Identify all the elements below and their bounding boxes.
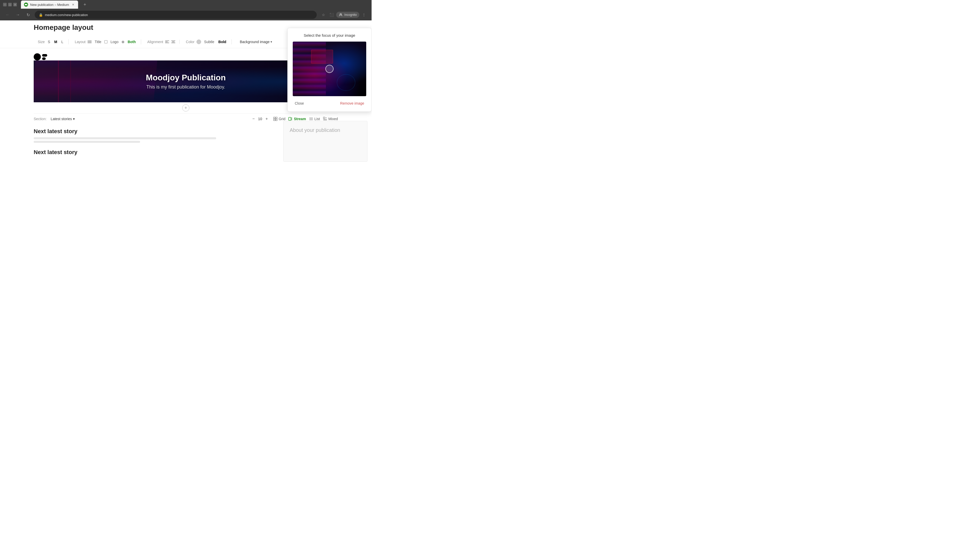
browser-chrome: ─ □ ✕ New publication – Medium ✕ + ← → ↻… (0, 0, 372, 21)
svg-rect-4 (274, 117, 275, 119)
view-options: Grid Stream (273, 117, 338, 121)
layout-box-icon[interactable] (104, 40, 107, 43)
count-number: 10 (258, 117, 262, 121)
about-panel: About your publication (283, 121, 368, 162)
logo-bar-2 (42, 57, 46, 60)
popup-remove-button[interactable]: Remove image (338, 100, 366, 106)
color-group: Color Subtle Bold (182, 39, 231, 44)
logo-bars (42, 54, 47, 60)
section-count: − 10 + (251, 116, 269, 121)
popup-title: Select the focus of your image (293, 33, 366, 38)
cast-button[interactable]: ⬛ (328, 11, 335, 18)
size-label: Size (38, 40, 45, 44)
layout-both-icon[interactable]: ⊕ (121, 40, 124, 44)
url-text: medium.com/new-publication (45, 13, 88, 17)
size-s-option[interactable]: S (47, 39, 51, 44)
url-bar[interactable]: 🔒 medium.com/new-publication (35, 11, 317, 19)
section-name: Latest stories (51, 117, 72, 121)
view-grid-option[interactable]: Grid (273, 117, 285, 121)
list-icon (309, 117, 313, 121)
color-picker[interactable] (197, 40, 201, 44)
thumb-wheel-decoration (337, 74, 355, 91)
size-m-option[interactable]: M (53, 39, 59, 44)
bg-image-label: Background image (240, 40, 270, 44)
color-label: Color (186, 40, 194, 44)
new-tab-button[interactable]: + (81, 1, 88, 8)
reload-button[interactable]: ↻ (24, 11, 32, 18)
focus-image-popup: Select the focus of your image Close Rem… (287, 28, 372, 112)
add-circle-icon: + (182, 104, 189, 111)
alignment-group: Alignment (143, 40, 180, 44)
hero-subtitle: This is my first publication for Moodjoy… (146, 84, 225, 90)
incognito-button[interactable]: Incognito (336, 12, 360, 18)
forward-button[interactable]: → (14, 11, 21, 18)
count-decrease-button[interactable]: − (251, 116, 256, 121)
alignment-label: Alignment (147, 40, 163, 44)
address-bar: ← → ↻ 🔒 medium.com/new-publication ☆ ⬛ I… (0, 9, 372, 21)
mixed-icon (323, 117, 327, 121)
color-subtle-option[interactable]: Subtle (203, 39, 215, 44)
color-bold-option[interactable]: Bold (218, 39, 228, 44)
tab-title: New publication – Medium (30, 3, 69, 6)
about-title: About your publication (290, 127, 361, 133)
section-select[interactable]: Latest stories ▾ (51, 117, 75, 121)
chevron-down-icon: ▾ (270, 40, 272, 44)
count-increase-button[interactable]: + (264, 116, 269, 121)
image-thumbnail[interactable] (293, 41, 366, 96)
view-list-option[interactable]: List (309, 117, 320, 121)
view-stream-option[interactable]: Stream (288, 117, 306, 121)
stream-icon (288, 117, 293, 121)
layout-lines-icon[interactable] (88, 41, 92, 43)
browser-actions: ☆ ⬛ Incognito ⋮ (320, 11, 368, 18)
maximize-button[interactable]: □ (8, 3, 12, 6)
layout-group: Layout Title Logo ⊕ Both (71, 39, 141, 44)
svg-rect-7 (275, 119, 277, 121)
logo-bar-1 (42, 54, 47, 57)
back-button[interactable]: ← (4, 11, 11, 18)
tab-favicon (24, 3, 28, 6)
svg-rect-5 (275, 117, 277, 119)
layout-label: Layout (75, 40, 86, 44)
section-label: Section: (34, 117, 47, 121)
popup-close-button[interactable]: Close (293, 100, 306, 106)
layout-logo-option[interactable]: Logo (110, 39, 119, 44)
layout-both-option[interactable]: Both (127, 39, 137, 44)
close-button[interactable]: ✕ (13, 3, 17, 6)
size-group: Size S M L (34, 39, 68, 44)
align-left-icon[interactable] (165, 41, 169, 43)
layout-title-option[interactable]: Title (94, 39, 102, 44)
window-controls: ─ □ ✕ (3, 3, 17, 6)
view-list-label: List (314, 117, 320, 121)
minimize-button[interactable]: ─ (3, 3, 6, 6)
story-line-1b (34, 141, 140, 143)
view-mixed-option[interactable]: Mixed (323, 117, 338, 121)
page-content: Homepage layout Size S M L Layout (0, 21, 372, 199)
grid-icon (273, 117, 277, 121)
svg-point-0 (25, 4, 26, 5)
size-l-option[interactable]: L (60, 39, 64, 44)
story-line-1a (34, 137, 216, 139)
view-stream-label: Stream (294, 117, 306, 121)
bg-image-button[interactable]: Background image ▾ (238, 39, 274, 45)
bookmark-button[interactable]: ☆ (320, 11, 327, 18)
svg-rect-6 (274, 119, 275, 121)
view-grid-label: Grid (279, 117, 285, 121)
image-focus-cursor (325, 65, 334, 73)
active-tab[interactable]: New publication – Medium ✕ (21, 0, 78, 9)
hero-title: Moodjoy Publication (146, 73, 226, 83)
popup-actions: Close Remove image (293, 100, 366, 106)
align-center-icon[interactable] (171, 41, 175, 43)
thumb-sign-decoration (311, 50, 333, 64)
view-mixed-label: Mixed (328, 117, 338, 121)
logo-circle (34, 53, 41, 60)
title-bar: ─ □ ✕ New publication – Medium ✕ + (0, 0, 372, 9)
bg-image-group: Background image ▾ (234, 39, 278, 45)
incognito-label: Incognito (344, 13, 357, 17)
tab-close-button[interactable]: ✕ (71, 3, 75, 6)
main-area: Moodjoy Publication This is my first pub… (0, 48, 372, 162)
svg-rect-15 (323, 117, 325, 119)
menu-button[interactable]: ⋮ (360, 11, 368, 18)
section-chevron-icon: ▾ (73, 117, 75, 121)
svg-rect-8 (289, 118, 291, 121)
